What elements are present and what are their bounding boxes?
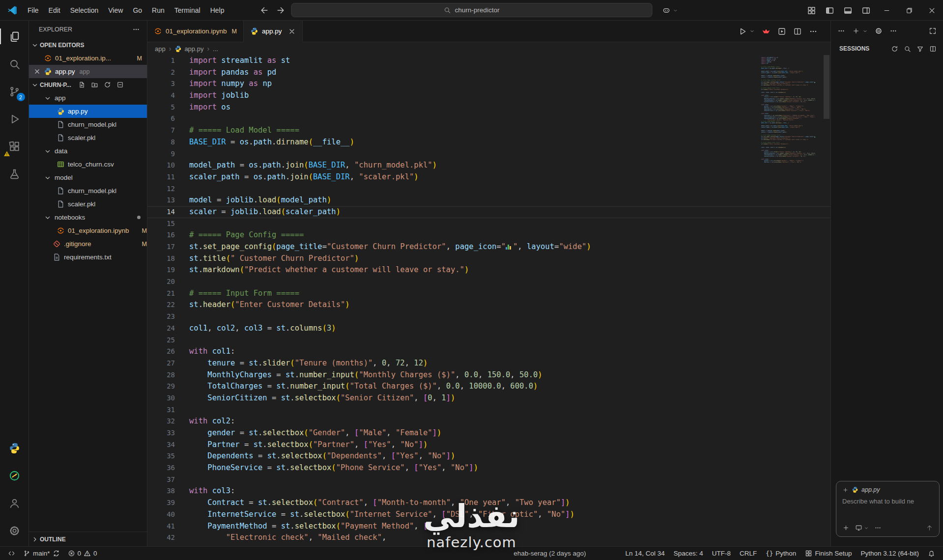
- code-line-12[interactable]: 12: [147, 183, 830, 195]
- code-line-18[interactable]: 18st.title(" Customer Churn Predictor"): [147, 253, 830, 265]
- explorer-more-actions-icon[interactable]: [132, 26, 140, 33]
- code-line-24[interactable]: 24col1, col2, col3 = st.columns(3): [147, 323, 830, 335]
- code-line-16[interactable]: 16# ===== Page Config =====: [147, 229, 830, 241]
- close-icon[interactable]: [33, 68, 41, 75]
- more-actions-icon[interactable]: [809, 27, 818, 36]
- code-line-14[interactable]: 14scaler = joblib.load(scaler_path): [147, 206, 830, 218]
- menu-selection[interactable]: Selection: [65, 6, 104, 14]
- tree-item-scaler.pkl[interactable]: scaler.pkl: [29, 131, 147, 144]
- code-line-41[interactable]: 41 PaymentMethod = st.selectbox("Payment…: [147, 521, 830, 532]
- code-line-25[interactable]: 25: [147, 335, 830, 346]
- tree-item-notebooks[interactable]: notebooks: [29, 211, 147, 224]
- scrollbar[interactable]: [824, 55, 829, 119]
- open-editor-app.py[interactable]: app.pyapp: [29, 65, 147, 78]
- breadcrumb[interactable]: app›app.py›...: [147, 42, 830, 55]
- tree-item-model[interactable]: model: [29, 171, 147, 184]
- menu-help[interactable]: Help: [205, 6, 229, 14]
- code-line-42[interactable]: 42 "Electronic check", "Mailed check",: [147, 532, 830, 544]
- finish-setup-button[interactable]: Finish Setup: [802, 550, 855, 557]
- tree-item-app.py[interactable]: app.py: [29, 105, 147, 118]
- menu-terminal[interactable]: Terminal: [170, 6, 205, 14]
- minimap[interactable]: import streamlit as stimport pandas as p…: [761, 57, 815, 164]
- toggle-secondary-sidebar-button[interactable]: [861, 6, 871, 15]
- chat-input-placeholder[interactable]: Describe what to build ne: [842, 498, 933, 505]
- close-window-button[interactable]: [920, 0, 943, 21]
- extensions-activity-button[interactable]: [0, 133, 29, 160]
- maximize-panel-icon[interactable]: [929, 27, 937, 35]
- explorer-activity-button[interactable]: [0, 23, 29, 50]
- code-line-36[interactable]: 36 PhoneService = st.selectbox("Phone Se…: [147, 462, 830, 474]
- code-line-10[interactable]: 10model_path = os.path.join(BASE_DIR, "c…: [147, 160, 830, 171]
- code-line-8[interactable]: 8BASE_DIR = os.path.dirname(__file__): [147, 137, 830, 148]
- project-header[interactable]: CHURN-P...: [29, 78, 147, 91]
- code-line-20[interactable]: 20: [147, 276, 830, 288]
- close-tab-icon[interactable]: [288, 28, 296, 35]
- tree-item-telco_churn.csv[interactable]: telco_churn.csv: [29, 158, 147, 171]
- code-line-5[interactable]: 5import os: [147, 102, 830, 113]
- restore-button[interactable]: [898, 0, 920, 21]
- code-line-26[interactable]: 26with col1:: [147, 346, 830, 358]
- encoding[interactable]: UTF-8: [709, 550, 734, 557]
- code-line-33[interactable]: 33 gender = st.selectbox("Gender", ["Mal…: [147, 427, 830, 439]
- code-line-3[interactable]: 3import numpy as np: [147, 78, 830, 90]
- outline-section-header[interactable]: OUTLINE: [29, 532, 147, 546]
- forward-button[interactable]: [276, 5, 286, 15]
- code-line-22[interactable]: 22st.header("Enter Customer Details"): [147, 299, 830, 311]
- more-actions-icon[interactable]: [889, 27, 897, 35]
- eol-selector[interactable]: CRLF: [737, 550, 760, 557]
- menu-file[interactable]: File: [23, 6, 44, 14]
- code-line-21[interactable]: 21# ===== Input Form =====: [147, 288, 830, 300]
- chevron-down-icon[interactable]: [862, 28, 868, 34]
- run-debug-activity-button[interactable]: [0, 105, 29, 133]
- code-line-23[interactable]: 23: [147, 311, 830, 323]
- customize-layout-button[interactable]: [807, 6, 816, 15]
- copilot-button[interactable]: [658, 4, 682, 17]
- run-python-file-button[interactable]: [738, 27, 747, 36]
- code-line-11[interactable]: 11scaler_path = os.path.join(BASE_DIR, "…: [147, 171, 830, 183]
- breadcrumb-item[interactable]: app: [155, 45, 166, 53]
- run-in-terminal-icon[interactable]: [777, 27, 786, 36]
- search-activity-button[interactable]: [0, 50, 29, 78]
- add-session-button[interactable]: [852, 27, 860, 35]
- python-activity-button[interactable]: [0, 434, 29, 462]
- run-streamlit-icon[interactable]: [762, 27, 771, 36]
- notifications-bell[interactable]: [925, 550, 938, 557]
- source-control-activity-button[interactable]: 2: [0, 78, 29, 105]
- code-editor[interactable]: 1import streamlit as st2import pandas as…: [147, 55, 830, 546]
- split-editor-icon[interactable]: [793, 27, 802, 36]
- problems-status[interactable]: 0 0: [65, 547, 100, 560]
- code-line-7[interactable]: 7# ===== Load Model =====: [147, 125, 830, 137]
- code-line-39[interactable]: 39 Contract = st.selectbox("Contract", […: [147, 497, 830, 509]
- tree-item-01_exploration.ipynb[interactable]: 01_exploration.ipynbM: [29, 224, 147, 237]
- code-line-28[interactable]: 28 MonthlyCharges = st.number_input("Mon…: [147, 369, 830, 381]
- code-line-15[interactable]: 15: [147, 218, 830, 230]
- cursor-position[interactable]: Ln 14, Col 34: [622, 550, 667, 557]
- more-options-icon[interactable]: [874, 524, 882, 532]
- code-line-32[interactable]: 32with col2:: [147, 416, 830, 427]
- code-line-13[interactable]: 13model = joblib.load(model_path): [147, 195, 830, 206]
- mode-picker-icon[interactable]: [855, 524, 862, 532]
- code-line-6[interactable]: 6: [147, 113, 830, 125]
- tab-app.py[interactable]: app.py: [244, 21, 303, 42]
- tree-item-churn_model.pkl[interactable]: churn_model.pkl: [29, 118, 147, 131]
- toggle-panel-button[interactable]: [843, 6, 853, 15]
- toggle-sidebar-button[interactable]: [825, 6, 834, 15]
- menu-edit[interactable]: Edit: [44, 6, 65, 14]
- code-line-35[interactable]: 35 Dependents = st.selectbox("Dependents…: [147, 450, 830, 462]
- refresh-icon[interactable]: [891, 45, 898, 53]
- sessions-settings-icon[interactable]: [875, 27, 883, 35]
- branch-status[interactable]: main*: [20, 547, 63, 560]
- more-actions-icon[interactable]: [837, 27, 845, 35]
- code-line-30[interactable]: 30 SeniorCitizen = st.selectbox("Senior …: [147, 392, 830, 404]
- menu-run[interactable]: Run: [147, 6, 170, 14]
- code-line-27[interactable]: 27 tenure = st.slider("Tenure (months)",…: [147, 358, 830, 369]
- tree-item-.gitignore[interactable]: .gitignoreM: [29, 237, 147, 251]
- tree-item-scaler.pkl[interactable]: scaler.pkl: [29, 197, 147, 211]
- new-file-icon[interactable]: [78, 81, 86, 88]
- open-editor-01_exploration.ip...[interactable]: 01_exploration.ip...M: [29, 52, 147, 65]
- tree-item-data[interactable]: data: [29, 144, 147, 158]
- code-line-29[interactable]: 29 TotalCharges = st.number_input("Total…: [147, 381, 830, 392]
- chevron-down-icon[interactable]: [749, 28, 755, 34]
- chat-input-widget[interactable]: app.py Describe what to build ne: [836, 481, 940, 537]
- filter-icon[interactable]: [916, 45, 924, 53]
